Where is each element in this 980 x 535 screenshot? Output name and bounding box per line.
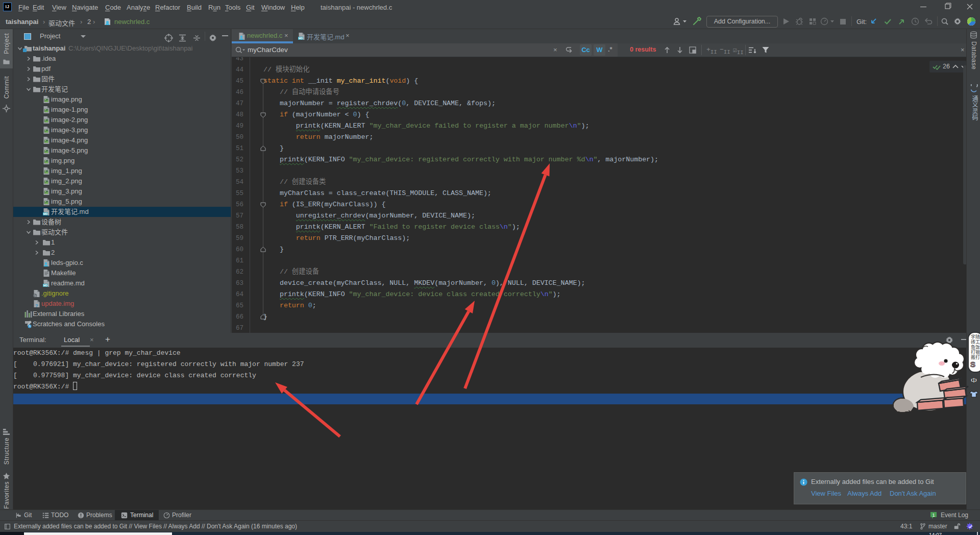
svg-text:1: 1 [932, 513, 935, 518]
